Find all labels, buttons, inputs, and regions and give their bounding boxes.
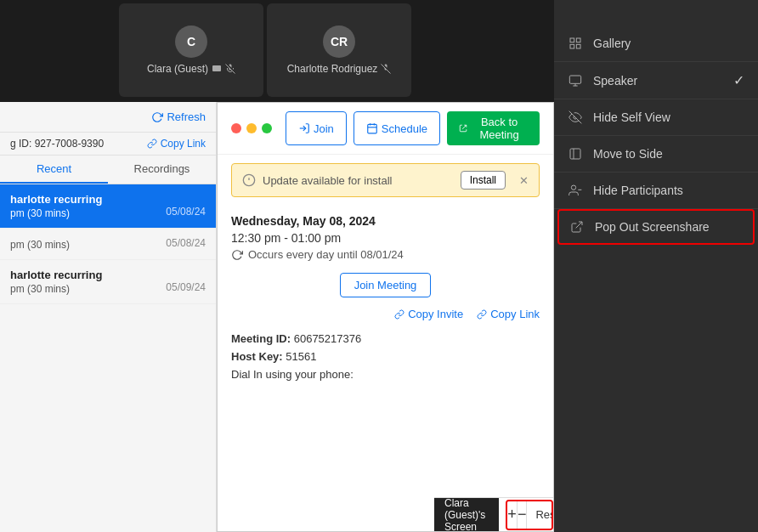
main-area: Refresh g ID: 927-7008-9390 Copy Link Re… [0, 102, 554, 532]
host-key-info: Host Key: 51561 [231, 350, 540, 363]
dial-in-info: Dial In using your phone: [231, 368, 540, 381]
menu-label-hide-self: Hide Self View [593, 110, 670, 124]
meeting-date: 05/08/24 [166, 206, 206, 218]
svg-rect-11 [570, 38, 574, 42]
maximize-button[interactable] [262, 123, 272, 133]
copy-link-button[interactable]: Copy Link [147, 138, 206, 150]
tab-recent[interactable]: Recent [0, 156, 108, 184]
close-banner-icon[interactable]: ✕ [519, 174, 529, 187]
install-button[interactable]: Install [461, 171, 506, 190]
svg-rect-12 [576, 38, 580, 42]
tabs-row: Recent Recordings [0, 156, 216, 184]
svg-point-21 [571, 185, 575, 190]
detail-body: Wednesday, May 08, 2024 12:30 pm - 01:00… [218, 206, 553, 531]
window-controls [231, 123, 272, 133]
menu-item-pop-out[interactable]: Pop Out Screenshare [557, 209, 755, 245]
detail-actions: Join Schedule Back to Meeting [286, 111, 540, 145]
menu-label-move-side: Move to Side [593, 147, 663, 161]
copy-link-detail-button[interactable]: Copy Link [477, 308, 540, 320]
meeting-id-bar: g ID: 927-7008-9390 Copy Link [0, 133, 216, 156]
list-item[interactable]: pm (30 mins) 05/08/24 [0, 229, 216, 260]
svg-rect-0 [212, 65, 221, 71]
update-banner: Update available for install Install ✕ [231, 163, 540, 197]
tab-recordings[interactable]: Recordings [108, 156, 216, 184]
close-button[interactable] [231, 123, 241, 133]
svg-rect-19 [570, 149, 580, 159]
menu-item-move-side[interactable]: Move to Side [554, 136, 758, 173]
zoom-controls: + − Reset [506, 500, 553, 530]
refresh-label: Refresh [167, 110, 206, 123]
svg-line-23 [576, 222, 582, 228]
update-banner-text: Update available for install [263, 174, 392, 187]
meeting-time-detail: 12:30 pm - 01:00 pm [231, 231, 540, 245]
recurrence-info: Occurs every day until 08/01/24 [231, 248, 540, 261]
avatar-clara: C [175, 25, 207, 58]
list-item[interactable]: harlotte recurring pm (30 mins) 05/09/24 [0, 260, 216, 304]
meeting-detail: Join Schedule Back to Meeting [217, 102, 554, 532]
detail-header: Join Schedule Back to Meeting [218, 103, 553, 155]
join-button[interactable]: Join [286, 111, 347, 145]
eye-off-icon [568, 110, 583, 125]
menu-item-hide-participants[interactable]: Hide Participants [554, 173, 758, 209]
screen-label: Clara (Guest)'s Screen [434, 498, 499, 531]
svg-rect-14 [576, 44, 580, 48]
svg-rect-4 [368, 124, 377, 133]
zoom-reset-button[interactable]: Reset [526, 501, 553, 529]
participant-thumb-clara: C Clara (Guest) [119, 3, 263, 97]
minimize-button[interactable] [246, 123, 257, 133]
menu-label-speaker: Speaker [593, 74, 637, 88]
participants-bar: C Clara (Guest) CR Charlotte Rodriguez [119, 0, 411, 97]
zoom-plus-button[interactable]: + [507, 501, 517, 529]
user-minus-icon [568, 183, 583, 198]
right-menu: Gallery Speaker ✓ Hide Self View Move to… [554, 0, 758, 532]
participant-thumb-cr: CR Charlotte Rodriguez [267, 3, 411, 97]
monitor-icon [568, 73, 583, 88]
meeting-id-info: Meeting ID: 60675217376 [231, 332, 540, 345]
menu-item-gallery[interactable]: Gallery [554, 25, 758, 62]
refresh-button[interactable]: Refresh [151, 110, 206, 123]
meeting-id-text: g ID: 927-7008-9390 [10, 138, 104, 150]
svg-rect-15 [569, 76, 580, 83]
meeting-date: 05/08/24 [166, 237, 206, 249]
layout-icon [568, 146, 583, 161]
meeting-date: 05/09/24 [166, 281, 206, 293]
checkmark-icon: ✓ [733, 72, 744, 88]
join-meeting-button[interactable]: Join Meeting [340, 273, 432, 297]
meeting-title: harlotte recurring [10, 269, 206, 281]
menu-label-gallery: Gallery [593, 37, 631, 50]
list-item[interactable]: harlotte recurring pm (30 mins) 05/08/24 [0, 184, 216, 229]
copy-link-label: Copy Link [161, 138, 206, 150]
participant-name-cr: Charlotte Rodriguez [287, 63, 392, 75]
zoom-panel: Refresh g ID: 927-7008-9390 Copy Link Re… [0, 102, 217, 532]
external-link-icon [569, 219, 585, 235]
menu-item-speaker[interactable]: Speaker ✓ [554, 62, 758, 99]
participant-name-clara: Clara (Guest) [147, 63, 235, 75]
meeting-title: harlotte recurring [10, 193, 206, 206]
grid-icon [568, 36, 583, 51]
copy-row: Copy Invite Copy Link [231, 308, 540, 320]
menu-item-hide-self[interactable]: Hide Self View [554, 99, 758, 136]
zoom-minus-button[interactable]: − [517, 501, 527, 529]
panel-header: Refresh [0, 102, 216, 133]
svg-rect-13 [570, 44, 574, 48]
menu-label-hide-participants: Hide Participants [593, 184, 683, 197]
avatar-cr: CR [323, 25, 355, 58]
meeting-date-detail: Wednesday, May 08, 2024 [231, 214, 540, 228]
copy-invite-button[interactable]: Copy Invite [394, 308, 463, 320]
screenshare-bar: Clara (Guest)'s Screen + − Reset [434, 497, 553, 531]
menu-label-pop-out: Pop Out Screenshare [595, 220, 710, 234]
schedule-button[interactable]: Schedule [354, 111, 440, 145]
back-to-meeting-button[interactable]: Back to Meeting [447, 111, 540, 145]
